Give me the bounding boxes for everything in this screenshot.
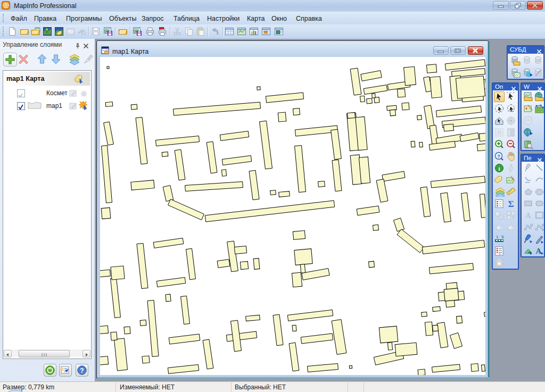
svg-text:?: ? [80,367,84,374]
svg-text:5: 5 [501,235,504,239]
svg-text:i: i [498,165,500,171]
svg-text:?: ? [497,154,500,159]
svg-text:A: A [536,247,542,255]
svg-text:Σ: Σ [508,199,514,209]
svg-text:A: A [525,211,531,220]
svg-text:1: 1 [496,235,499,239]
